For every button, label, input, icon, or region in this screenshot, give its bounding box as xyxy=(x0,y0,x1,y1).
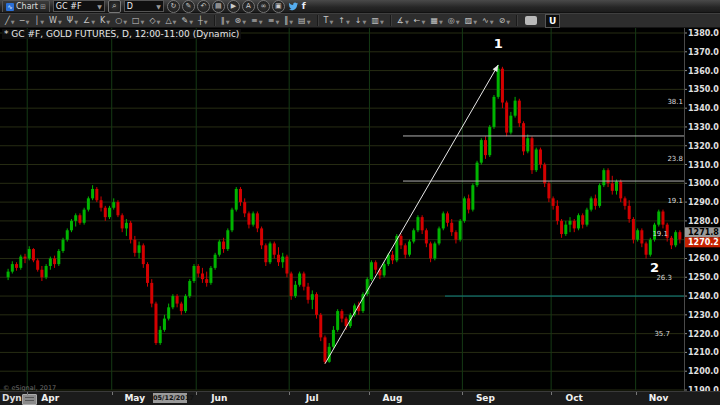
candle-body xyxy=(193,266,196,281)
rectangle-tool[interactable]: □▼ xyxy=(130,14,146,27)
candle-body xyxy=(252,213,255,224)
pitchfork-tool[interactable]: Ψ▼ xyxy=(65,14,80,27)
candle-body xyxy=(188,281,191,296)
chevron-down-icon: ▼ xyxy=(289,18,293,27)
candle-body xyxy=(459,221,462,240)
candle-body xyxy=(476,163,479,186)
candle-body xyxy=(277,255,280,263)
candle-body xyxy=(573,221,576,229)
candle-body xyxy=(138,245,141,253)
facebook-button[interactable]: f xyxy=(302,1,310,11)
time-refresh-button[interactable]: ↻ xyxy=(167,0,180,13)
candle-body xyxy=(497,69,500,97)
calendar-icon[interactable] xyxy=(22,394,37,405)
candle-body xyxy=(640,230,643,243)
candle-body xyxy=(260,228,263,245)
candle-body xyxy=(454,232,457,240)
layout-monitor-button[interactable]: ▣ xyxy=(272,0,285,13)
candle-body xyxy=(146,264,149,283)
time-axis-tick xyxy=(196,392,197,395)
speed-lines-tool[interactable]: K▼ xyxy=(98,14,112,27)
angle-tool[interactable]: ∠▼ xyxy=(81,14,97,27)
chevron-down-icon: ▼ xyxy=(242,18,246,27)
callout-button[interactable] xyxy=(525,16,537,25)
link-button[interactable]: ∞ xyxy=(257,0,270,13)
fib-circle-tool[interactable]: ⊛▼ xyxy=(233,14,249,27)
bars-pattern-tool[interactable]: ▥▼ xyxy=(369,14,385,27)
arrow-up-tool[interactable]: ↑▼ xyxy=(336,14,352,27)
time-axis-tick xyxy=(112,392,113,395)
quote-board-button[interactable]: ▤ xyxy=(212,0,225,13)
triangle-tool[interactable]: △▼ xyxy=(163,14,178,27)
undo-button[interactable]: U xyxy=(545,14,560,28)
chevron-down-icon: ▼ xyxy=(259,18,263,27)
symbol-search-button[interactable]: ⌕ xyxy=(108,0,121,13)
ellipse-tool[interactable]: ○▼ xyxy=(113,14,129,27)
fib-level-label: 23.8 xyxy=(667,155,683,163)
candle-body xyxy=(531,138,534,170)
eraser-tool[interactable]: ⊘▼ xyxy=(497,14,513,27)
candle-body xyxy=(285,257,288,274)
trendline-drawing[interactable] xyxy=(325,65,498,364)
candle-body xyxy=(336,311,339,330)
alerts-icon: A xyxy=(246,2,251,10)
pencil-button[interactable]: ✎ xyxy=(182,0,195,13)
candle-body xyxy=(269,243,272,262)
zigzag-tool-icon: W xyxy=(49,15,57,27)
candle-body xyxy=(176,296,179,304)
fib-circle-tool-icon: ⊛ xyxy=(235,15,242,27)
grid-tool[interactable]: ▦▼ xyxy=(428,14,444,27)
candle-body xyxy=(471,185,474,209)
brush-tool-icon: ✎ xyxy=(181,15,188,27)
pencil-icon: ✎ xyxy=(185,2,191,10)
dynamic-mode-label[interactable]: Dyn xyxy=(2,393,22,403)
grid-tool-icon: ▦ xyxy=(430,15,438,27)
price-axis-label: 1210.0 xyxy=(688,348,719,357)
vertical-line-tool[interactable]: │▼ xyxy=(32,14,46,27)
fib-extension-tool[interactable]: ≡▼ xyxy=(266,14,282,27)
circle-marker-tool[interactable]: ◎▼ xyxy=(446,14,462,27)
parallel-lines-tool[interactable]: ∥▼ xyxy=(219,14,232,27)
gann-lines-tool[interactable]: ▤▼ xyxy=(296,14,312,27)
rhombus-tool[interactable]: ◇▼ xyxy=(147,14,162,27)
extend-left-tool[interactable]: ←▼ xyxy=(412,14,428,27)
play-button[interactable]: ▶ xyxy=(227,0,240,13)
wave-tool[interactable]: ∿▼ xyxy=(480,14,496,27)
fib-time-zone-tool[interactable]: ‖▼ xyxy=(282,14,295,27)
horizontal-line-tool[interactable]: ─▼ xyxy=(18,14,32,27)
back-arrow-button[interactable]: ↶ xyxy=(197,0,210,13)
alerts-button[interactable]: A xyxy=(242,0,255,13)
candle-body xyxy=(408,242,411,255)
text-tool[interactable]: T▼ xyxy=(322,14,336,27)
gann-angle-tool[interactable]: ∡▼ xyxy=(395,14,411,27)
chart-canvas[interactable]: 1190.01200.01210.01220.01230.01240.01250… xyxy=(0,28,720,391)
candle-body xyxy=(590,198,593,209)
chevron-down-icon: ▼ xyxy=(473,18,477,27)
time-axis[interactable]: Dyn 05/12/2017 AprMayJunJulAugSepOctNov xyxy=(0,391,720,405)
eraser-tool-icon: ⊘ xyxy=(499,15,506,27)
drawing-toolbar: ╱▼─▼│▼W▼Ψ▼∠▼K▼○▼□▼◇▼△▼✎▼┼▼∥▼⊛▼≡▼≡▼‖▼▤▼T▼… xyxy=(0,13,720,28)
twitter-button[interactable] xyxy=(288,1,299,12)
interval-input[interactable]: D ▼ xyxy=(124,0,164,12)
brush-tool[interactable]: ✎▼ xyxy=(179,14,195,27)
candle-body xyxy=(116,202,119,215)
price-axis-label: 1300.0 xyxy=(688,179,719,188)
triangle-tool-icon: △ xyxy=(165,15,171,27)
candle-body xyxy=(564,225,567,234)
candle-body xyxy=(319,315,322,338)
fib-level-label: 19.1 xyxy=(667,197,683,205)
candle-body xyxy=(522,123,525,151)
candle-body xyxy=(66,230,69,239)
zigzag-tool[interactable]: W▼ xyxy=(47,14,64,27)
trendline-tool[interactable]: ╱▼ xyxy=(3,14,17,27)
candle-body xyxy=(226,230,229,249)
candle-body xyxy=(243,202,246,213)
chevron-down-icon: ▼ xyxy=(204,18,208,27)
pattern-fill-tool[interactable]: ▨▼ xyxy=(463,14,479,27)
chart-window-tab[interactable]: ∿ Chart ⊞ xyxy=(2,0,50,12)
fib-retracement-tool[interactable]: ≡▼ xyxy=(249,14,265,27)
price-axis-label: 1220.0 xyxy=(688,330,719,339)
arrow-down-tool[interactable]: ↓▼ xyxy=(353,14,369,27)
symbol-input[interactable]: GC #F ▼ xyxy=(53,0,105,12)
price-label-tool[interactable]: ┼▼ xyxy=(196,14,210,27)
